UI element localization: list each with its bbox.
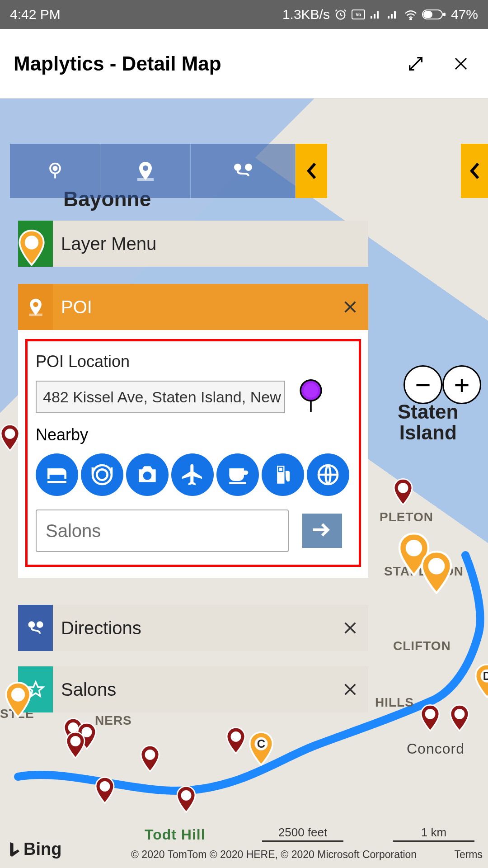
toolbar-pin-button[interactable] [10, 144, 100, 198]
svg-text:Vo: Vo [356, 12, 361, 17]
scale-km: 1 km [393, 826, 474, 842]
svg-rect-6 [443, 13, 446, 16]
directions-icon [18, 605, 53, 651]
map-pin[interactable] [140, 745, 160, 772]
map-scale: 2500 feet 1 km [262, 826, 474, 842]
map-canvas[interactable]: Bayonne Staten Island PLETON STAPLETON C… [0, 99, 488, 868]
poi-nearby-label: Nearby [36, 425, 351, 444]
svg-point-16 [143, 472, 152, 480]
poi-panel-title: POI [53, 297, 332, 317]
app-header: Maplytics - Detail Map [0, 29, 488, 99]
area-ners: NERS [95, 713, 132, 728]
poi-current-pin-icon[interactable] [299, 379, 323, 415]
close-icon[interactable] [452, 55, 470, 73]
battery-icon [422, 9, 446, 20]
nearby-airport-icon[interactable] [171, 453, 214, 496]
poi-panel-header[interactable]: POI [18, 284, 368, 330]
poi-search-go-button[interactable] [302, 514, 342, 548]
svg-point-18 [28, 621, 35, 628]
map-pin[interactable] [176, 786, 196, 813]
signal-1-icon [370, 9, 382, 19]
salons-panel[interactable]: Salons [18, 666, 368, 712]
svg-rect-11 [29, 314, 42, 316]
poi-address-value: 482 Kissel Ave, Staten Island, New [43, 388, 281, 406]
layer-menu-panel[interactable]: Layer Menu [18, 221, 368, 267]
map-pin-c[interactable]: C [249, 731, 274, 766]
status-data-rate: 1.3KB/s [282, 7, 330, 22]
svg-point-9 [234, 164, 241, 171]
poi-location-label: POI Location [36, 352, 351, 371]
map-pin-orange[interactable] [18, 230, 45, 266]
map-brand: Bing [7, 840, 61, 859]
svg-point-15 [97, 469, 107, 480]
map-pin[interactable] [226, 727, 246, 754]
svg-rect-5 [423, 11, 432, 18]
poi-close-button[interactable] [332, 299, 368, 315]
map-pin-orange[interactable] [5, 682, 32, 718]
salons-close-button[interactable] [332, 682, 368, 697]
directions-title: Directions [53, 618, 332, 638]
map-pin-d[interactable]: D [474, 664, 488, 698]
map-toolbar [10, 144, 327, 198]
nearby-hotel-icon[interactable] [36, 453, 78, 496]
area-todt: Todt Hill [145, 826, 206, 843]
map-pin[interactable] [420, 704, 440, 731]
status-bar: 4:42 PM 1.3KB/s Vo 47% [0, 0, 488, 29]
layer-menu-title: Layer Menu [53, 234, 368, 254]
poi-icon [18, 284, 53, 330]
area-concord: Concord [407, 741, 465, 757]
map-pin[interactable] [393, 478, 413, 505]
toolbar-map-pin-button[interactable] [100, 144, 191, 198]
nearby-camera-icon[interactable] [126, 453, 169, 496]
map-label-staten: Staten Island [398, 401, 458, 443]
nearby-gas-icon[interactable] [262, 453, 304, 496]
zoom-out-button[interactable]: − [404, 365, 442, 404]
zoom-in-button[interactable]: + [442, 365, 481, 404]
map-copyright: © 2020 TomTom © 2020 HERE, © 2020 Micros… [131, 849, 417, 861]
nearby-restaurant-icon[interactable] [81, 453, 123, 496]
directions-close-button[interactable] [332, 620, 368, 636]
map-pin[interactable] [450, 704, 469, 731]
area-pleton: PLETON [380, 510, 433, 524]
map-pin[interactable] [66, 731, 85, 759]
scale-feet: 2500 feet [262, 826, 343, 842]
map-terms-link[interactable]: Terms [454, 849, 483, 861]
status-time: 4:42 PM [10, 7, 61, 22]
status-battery-pct: 47% [451, 7, 478, 22]
poi-address-input[interactable]: 482 Kissel Ave, Staten Island, New [36, 381, 285, 413]
area-clifton: CLIFTON [393, 639, 451, 653]
nearby-icon-row [36, 453, 351, 496]
expand-icon[interactable] [407, 55, 425, 73]
alarm-icon [334, 8, 347, 21]
poi-panel-body: POI Location 482 Kissel Ave, Staten Isla… [18, 330, 368, 578]
page-title: Maplytics - Detail Map [14, 52, 221, 75]
svg-point-8 [53, 167, 56, 170]
area-hills: HILLS [375, 695, 414, 710]
nearby-globe-icon[interactable] [307, 453, 349, 496]
salons-title: Salons [53, 679, 332, 700]
volte-icon: Vo [352, 9, 365, 19]
toolbar-route-button[interactable] [191, 144, 296, 198]
directions-panel[interactable]: Directions [18, 605, 368, 651]
toolbar-collapse-left[interactable] [296, 144, 327, 198]
wifi-icon [404, 9, 418, 20]
map-pin[interactable] [0, 424, 20, 451]
svg-point-13 [304, 383, 318, 398]
svg-point-19 [36, 621, 43, 628]
map-brand-text: Bing [23, 840, 61, 859]
svg-point-14 [93, 465, 112, 484]
poi-search-input[interactable] [36, 509, 289, 552]
svg-point-10 [245, 164, 252, 171]
svg-text:C: C [257, 737, 265, 750]
nearby-coffee-icon[interactable] [216, 453, 259, 496]
svg-text:D: D [483, 670, 488, 682]
bing-logo-icon [7, 841, 21, 858]
toolbar-collapse-right[interactable] [461, 144, 488, 198]
map-pin[interactable] [95, 777, 115, 804]
signal-2-icon [387, 9, 399, 19]
map-pin-orange[interactable] [420, 551, 453, 594]
svg-point-3 [410, 19, 412, 20]
